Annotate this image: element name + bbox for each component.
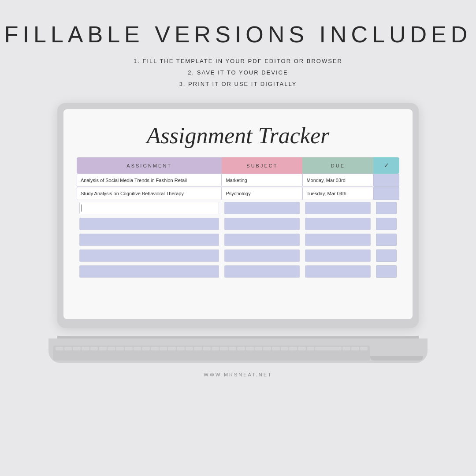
laptop-notch (370, 356, 423, 361)
instruction-2: 2. SAVE IT TO YOUR DEVICE (134, 67, 342, 78)
empty-check-7[interactable] (376, 265, 397, 278)
check-cell-2[interactable] (373, 187, 399, 200)
key (90, 347, 98, 350)
laptop-screen-bezel: Assignment Tracker ASSIGNMENT SUBJECT DU… (57, 103, 419, 328)
key (82, 347, 89, 350)
key (125, 347, 133, 350)
key (272, 347, 280, 350)
empty-subject-7[interactable] (224, 265, 300, 278)
key (246, 347, 254, 350)
col-due-header: DUE (302, 157, 373, 174)
empty-check-3[interactable] (376, 202, 397, 214)
col-assignment-header: ASSIGNMENT (77, 157, 222, 174)
page-title: FILLABLE VERSIONS INCLUDED (4, 21, 472, 48)
empty-subject-6[interactable] (224, 249, 300, 262)
table-row (77, 264, 399, 279)
key (263, 347, 271, 350)
key (116, 347, 124, 350)
empty-assignment-7[interactable] (79, 265, 219, 278)
empty-assignment-5[interactable] (79, 234, 219, 246)
table-row: Analysis of Social Media Trends in Fashi… (77, 174, 399, 187)
key (64, 347, 72, 350)
key (307, 347, 315, 350)
key (315, 347, 342, 350)
key (298, 347, 306, 350)
due-cell-2[interactable]: Tuesday, Mar 04th (302, 187, 373, 200)
empty-assignment-6[interactable] (79, 249, 219, 262)
subject-cell-1[interactable]: Marketing (222, 174, 302, 187)
key (203, 347, 211, 350)
key (360, 347, 368, 350)
check-cell-1[interactable] (373, 174, 399, 187)
table-header-row: ASSIGNMENT SUBJECT DUE ✓ (77, 157, 399, 174)
subject-cell-2[interactable]: Psychology (222, 187, 302, 200)
laptop-base (48, 338, 428, 363)
key (237, 347, 245, 350)
empty-check-4[interactable] (376, 218, 397, 230)
key (194, 347, 202, 350)
key (281, 347, 289, 350)
empty-assignment-3[interactable] (79, 202, 219, 214)
instruction-1: 1. FILL THE TEMPLATE IN YOUR PDF EDITOR … (134, 56, 342, 67)
tracker-title: Assignment Tracker (147, 123, 330, 149)
tracker-table: ASSIGNMENT SUBJECT DUE ✓ Analysis of Soc… (77, 157, 399, 279)
assignment-cell-1[interactable]: Analysis of Social Media Trends in Fashi… (77, 174, 222, 187)
key (177, 347, 185, 350)
col-subject-header: SUBJECT (222, 157, 302, 174)
table-row (77, 200, 399, 216)
empty-assignment-4[interactable] (79, 218, 219, 230)
due-cell-1[interactable]: Monday, Mar 03rd (302, 174, 373, 187)
key (255, 347, 263, 350)
assignment-cell-2[interactable]: Study Analysis on Cognitive Behavioral T… (77, 187, 222, 200)
footer-website: WWW.MRSNEAT.NET (204, 372, 272, 377)
key (220, 347, 228, 350)
key (56, 347, 63, 350)
key (289, 347, 297, 350)
empty-due-7[interactable] (305, 265, 371, 278)
empty-check-6[interactable] (376, 249, 397, 262)
table-row (77, 248, 399, 264)
laptop-screen-content: Assignment Tracker ASSIGNMENT SUBJECT DU… (63, 109, 413, 319)
laptop-keyboard (53, 346, 370, 361)
key (134, 347, 141, 350)
instruction-3: 3. PRINT IT OR USE IT DIGITALLY (134, 78, 342, 90)
empty-due-3[interactable] (305, 202, 371, 214)
table-row: Study Analysis on Cognitive Behavioral T… (77, 187, 399, 200)
empty-due-5[interactable] (305, 234, 371, 246)
empty-subject-3[interactable] (224, 202, 300, 214)
empty-subject-5[interactable] (224, 234, 300, 246)
col-check-header: ✓ (373, 157, 399, 174)
key (229, 347, 237, 350)
key (342, 347, 350, 350)
empty-due-6[interactable] (305, 249, 371, 262)
key (168, 347, 176, 350)
empty-check-5[interactable] (376, 234, 397, 246)
key (212, 347, 219, 350)
laptop-mockup: Assignment Tracker ASSIGNMENT SUBJECT DU… (57, 103, 419, 363)
key (186, 347, 193, 350)
instructions-block: 1. FILL THE TEMPLATE IN YOUR PDF EDITOR … (134, 56, 342, 90)
key (151, 347, 159, 350)
table-row (77, 216, 399, 232)
key (73, 347, 81, 350)
key (108, 347, 115, 350)
key (351, 347, 359, 350)
table-row (77, 232, 399, 248)
key (142, 347, 150, 350)
key (99, 347, 107, 350)
key (160, 347, 167, 350)
empty-subject-4[interactable] (224, 218, 300, 230)
empty-due-4[interactable] (305, 218, 371, 230)
